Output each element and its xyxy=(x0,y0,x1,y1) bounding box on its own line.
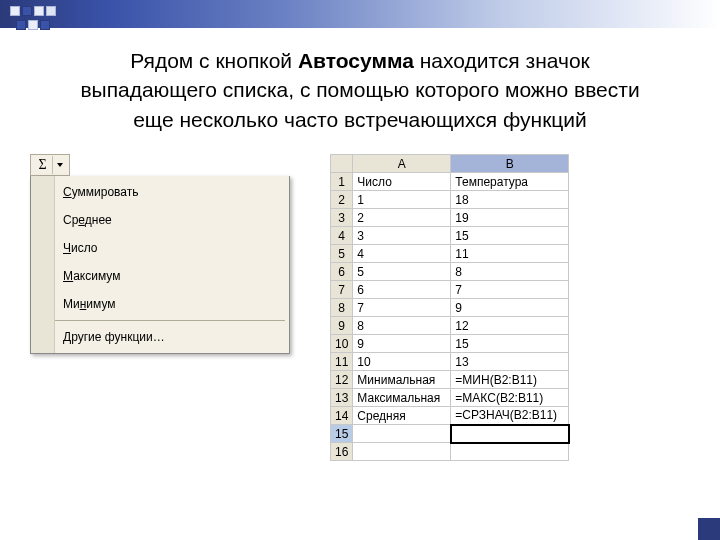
row-header[interactable]: 10 xyxy=(331,335,353,353)
column-header-b[interactable]: B xyxy=(451,155,569,173)
table-row: 1ЧислоТемпература xyxy=(331,173,569,191)
row-header[interactable]: 14 xyxy=(331,407,353,425)
cell[interactable]: =МАКС(B2:B11) xyxy=(451,389,569,407)
table-row: 111013 xyxy=(331,353,569,371)
table-row: 9812 xyxy=(331,317,569,335)
cell[interactable]: 11 xyxy=(451,245,569,263)
cell[interactable]: 13 xyxy=(451,353,569,371)
autosum-menu: Суммировать Среднее Число Максимум Миним… xyxy=(30,176,290,354)
row-header[interactable]: 8 xyxy=(331,299,353,317)
slide-heading: Рядом с кнопкой Автосумма находится знач… xyxy=(0,28,720,154)
cell[interactable]: 15 xyxy=(451,335,569,353)
table-row: 15 xyxy=(331,425,569,443)
cell[interactable]: 3 xyxy=(353,227,451,245)
spreadsheet: A B 1ЧислоТемпература2118321943155411658… xyxy=(330,154,570,461)
row-header[interactable]: 3 xyxy=(331,209,353,227)
cell[interactable]: Число xyxy=(353,173,451,191)
table-row: 16 xyxy=(331,443,569,461)
menu-item-sum[interactable]: Суммировать xyxy=(59,178,287,206)
menu-item-max[interactable]: Максимум xyxy=(59,262,287,290)
table-row: 12Минимальная=МИН(B2:B11) xyxy=(331,371,569,389)
cell[interactable]: 18 xyxy=(451,191,569,209)
table-row: 4315 xyxy=(331,227,569,245)
table-row: 2118 xyxy=(331,191,569,209)
cell[interactable]: 9 xyxy=(451,299,569,317)
cell[interactable]: 8 xyxy=(353,317,451,335)
cell[interactable]: 4 xyxy=(353,245,451,263)
cell[interactable] xyxy=(353,443,451,461)
cell[interactable]: 12 xyxy=(451,317,569,335)
row-header[interactable]: 7 xyxy=(331,281,353,299)
cell[interactable] xyxy=(353,425,451,443)
heading-pre: Рядом с кнопкой xyxy=(130,49,298,72)
cell[interactable] xyxy=(451,425,569,443)
row-header[interactable]: 5 xyxy=(331,245,353,263)
cell[interactable]: 7 xyxy=(353,299,451,317)
cell[interactable]: 6 xyxy=(353,281,451,299)
table-row: 767 xyxy=(331,281,569,299)
menu-gutter xyxy=(31,176,55,353)
cell[interactable]: 8 xyxy=(451,263,569,281)
cell[interactable]: Минимальная xyxy=(353,371,451,389)
cell[interactable]: 5 xyxy=(353,263,451,281)
cell[interactable]: 10 xyxy=(353,353,451,371)
row-header[interactable]: 11 xyxy=(331,353,353,371)
cell[interactable]: 19 xyxy=(451,209,569,227)
table-row: 13Максимальная=МАКС(B2:B11) xyxy=(331,389,569,407)
table-row: 3219 xyxy=(331,209,569,227)
autosum-toolbar: Σ xyxy=(30,154,70,176)
chevron-down-icon xyxy=(57,163,63,167)
table-row: 658 xyxy=(331,263,569,281)
slide-corner-block xyxy=(698,518,720,540)
table-row: 5411 xyxy=(331,245,569,263)
column-header-a[interactable]: A xyxy=(353,155,451,173)
autosum-dropdown-button[interactable] xyxy=(53,156,67,174)
row-header[interactable]: 2 xyxy=(331,191,353,209)
cell[interactable]: 2 xyxy=(353,209,451,227)
cell[interactable]: Средняя xyxy=(353,407,451,425)
menu-separator xyxy=(35,320,285,321)
row-header[interactable]: 15 xyxy=(331,425,353,443)
menu-item-more-functions[interactable]: Другие функции… xyxy=(59,323,287,351)
corner-decoration xyxy=(10,6,58,42)
slide-topbar xyxy=(0,0,720,28)
cell[interactable] xyxy=(451,443,569,461)
cell[interactable]: 7 xyxy=(451,281,569,299)
heading-bold: Автосумма xyxy=(298,49,414,72)
cell[interactable]: 1 xyxy=(353,191,451,209)
select-all-corner[interactable] xyxy=(331,155,353,173)
cell[interactable]: Максимальная xyxy=(353,389,451,407)
row-header[interactable]: 13 xyxy=(331,389,353,407)
autosum-button[interactable]: Σ xyxy=(33,156,53,174)
menu-item-count[interactable]: Число xyxy=(59,234,287,262)
cell[interactable]: =СРЗНАЧ(B2:B11) xyxy=(451,407,569,425)
table-row: 14Средняя=СРЗНАЧ(B2:B11) xyxy=(331,407,569,425)
table-row: 10915 xyxy=(331,335,569,353)
row-header[interactable]: 1 xyxy=(331,173,353,191)
sigma-icon: Σ xyxy=(38,157,46,173)
menu-item-min[interactable]: Минимум xyxy=(59,290,287,318)
row-header[interactable]: 16 xyxy=(331,443,353,461)
cell[interactable]: 9 xyxy=(353,335,451,353)
cell[interactable]: =МИН(B2:B11) xyxy=(451,371,569,389)
row-header[interactable]: 6 xyxy=(331,263,353,281)
menu-item-average[interactable]: Среднее xyxy=(59,206,287,234)
row-header[interactable]: 9 xyxy=(331,317,353,335)
table-row: 879 xyxy=(331,299,569,317)
row-header[interactable]: 4 xyxy=(331,227,353,245)
row-header[interactable]: 12 xyxy=(331,371,353,389)
cell[interactable]: Температура xyxy=(451,173,569,191)
cell[interactable]: 15 xyxy=(451,227,569,245)
